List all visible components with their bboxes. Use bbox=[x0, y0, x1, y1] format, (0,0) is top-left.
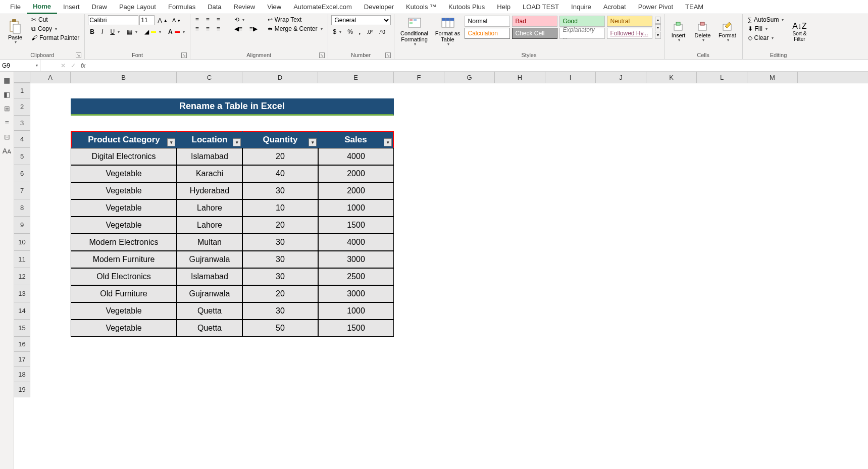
border-button[interactable]: ▦▾ bbox=[125, 27, 139, 36]
cell[interactable] bbox=[30, 367, 71, 382]
cell[interactable] bbox=[697, 199, 747, 217]
decrease-font-button[interactable]: A▾ bbox=[170, 16, 182, 24]
decrease-indent-button[interactable]: ◀≡ bbox=[232, 24, 244, 33]
merge-center-button[interactable]: ⬌ Merge & Center ▾ bbox=[266, 24, 325, 33]
row-header-12[interactable]: 12 bbox=[14, 268, 30, 285]
tab-automateexcel-com[interactable]: AutomateExcel.com bbox=[287, 0, 358, 14]
cell[interactable] bbox=[30, 352, 71, 367]
cell[interactable] bbox=[697, 320, 747, 337]
cell[interactable] bbox=[646, 217, 697, 234]
cell[interactable] bbox=[495, 83, 545, 98]
table-cell[interactable]: 20 bbox=[242, 285, 318, 302]
accounting-button[interactable]: $▾ bbox=[331, 27, 344, 36]
cell[interactable] bbox=[394, 367, 444, 382]
cell[interactable] bbox=[30, 131, 71, 148]
style-followed-hyperlink[interactable]: Followed Hy... bbox=[607, 28, 652, 39]
cancel-formula-icon[interactable]: ✕ bbox=[61, 62, 66, 69]
tab-draw[interactable]: Draw bbox=[86, 0, 113, 14]
table-cell[interactable]: 2500 bbox=[318, 268, 394, 285]
clipboard-launcher[interactable]: ↘ bbox=[76, 53, 81, 58]
cell[interactable] bbox=[30, 217, 71, 234]
cell[interactable] bbox=[71, 337, 177, 352]
cell[interactable] bbox=[747, 116, 798, 131]
cell[interactable] bbox=[747, 302, 798, 320]
cell[interactable] bbox=[495, 367, 545, 382]
cell[interactable] bbox=[444, 148, 495, 165]
cell[interactable] bbox=[30, 148, 71, 165]
cell[interactable] bbox=[444, 302, 495, 320]
row-header-13[interactable]: 13 bbox=[14, 285, 30, 302]
cell[interactable] bbox=[646, 131, 697, 148]
tab-help[interactable]: Help bbox=[491, 0, 517, 14]
cell[interactable] bbox=[71, 83, 177, 98]
cell[interactable] bbox=[596, 268, 646, 285]
cell[interactable] bbox=[444, 268, 495, 285]
cell[interactable] bbox=[394, 302, 444, 320]
cell[interactable] bbox=[697, 131, 747, 148]
table-cell[interactable]: 20 bbox=[242, 217, 318, 234]
cell[interactable] bbox=[697, 367, 747, 382]
table-cell[interactable]: 2000 bbox=[318, 182, 394, 199]
cell[interactable] bbox=[444, 367, 495, 382]
increase-font-button[interactable]: A▴ bbox=[156, 16, 169, 25]
tab-acrobat[interactable]: Acrobat bbox=[597, 0, 632, 14]
conditional-formatting-button[interactable]: Conditional Formatting▾ bbox=[397, 15, 432, 48]
cell[interactable] bbox=[747, 182, 798, 199]
filter-dropdown-icon[interactable]: ▾ bbox=[384, 138, 392, 146]
cell[interactable] bbox=[545, 98, 596, 116]
cell[interactable] bbox=[71, 367, 177, 382]
cell[interactable] bbox=[177, 116, 242, 131]
autosum-button[interactable]: ∑ AutoSum▾ bbox=[746, 15, 786, 24]
table-cell[interactable]: Vegetable bbox=[71, 165, 177, 182]
cell[interactable] bbox=[444, 83, 495, 98]
table-cell[interactable]: 40 bbox=[242, 165, 318, 182]
cell[interactable] bbox=[545, 382, 596, 397]
cell[interactable] bbox=[596, 337, 646, 352]
row-header-5[interactable]: 5 bbox=[14, 148, 30, 165]
cell[interactable] bbox=[545, 302, 596, 320]
tab-developer[interactable]: Developer bbox=[358, 0, 400, 14]
number-launcher[interactable]: ↘ bbox=[385, 53, 391, 58]
cell[interactable] bbox=[697, 352, 747, 367]
cell[interactable] bbox=[394, 268, 444, 285]
cell[interactable] bbox=[394, 83, 444, 98]
cell[interactable] bbox=[444, 199, 495, 217]
column-header-M[interactable]: M bbox=[747, 72, 798, 83]
tool-icon-2[interactable]: ◧ bbox=[3, 90, 12, 99]
underline-button[interactable]: U▾ bbox=[108, 27, 122, 36]
align-right-button[interactable]: ≡ bbox=[215, 24, 222, 33]
cell[interactable] bbox=[545, 251, 596, 268]
tab-team[interactable]: TEAM bbox=[679, 0, 709, 14]
styles-scroll-down[interactable]: ▾ bbox=[655, 24, 661, 31]
cell[interactable] bbox=[394, 382, 444, 397]
table-cell[interactable]: 30 bbox=[242, 302, 318, 320]
table-cell[interactable]: 50 bbox=[242, 320, 318, 337]
cell[interactable] bbox=[394, 165, 444, 182]
wrap-text-button[interactable]: ↩ Wrap Text bbox=[266, 15, 325, 24]
table-cell[interactable]: Vegetable bbox=[71, 182, 177, 199]
cell[interactable] bbox=[495, 131, 545, 148]
cell[interactable] bbox=[596, 234, 646, 251]
cell[interactable] bbox=[177, 83, 242, 98]
align-bottom-button[interactable]: ≡ bbox=[215, 15, 222, 24]
cell[interactable] bbox=[444, 285, 495, 302]
cell[interactable] bbox=[747, 234, 798, 251]
bold-button[interactable]: B bbox=[88, 27, 96, 36]
table-cell[interactable]: Gujranwala bbox=[177, 285, 242, 302]
format-painter-button[interactable]: 🖌 Format Painter bbox=[29, 33, 81, 42]
cell[interactable] bbox=[697, 337, 747, 352]
cell[interactable] bbox=[697, 268, 747, 285]
enter-formula-icon[interactable]: ✓ bbox=[71, 62, 76, 69]
cell[interactable] bbox=[242, 352, 318, 367]
decrease-decimal-button[interactable]: .⁰0 bbox=[377, 28, 387, 36]
fx-icon[interactable]: fx bbox=[81, 62, 85, 69]
row-header-6[interactable]: 6 bbox=[14, 165, 30, 182]
cell[interactable] bbox=[596, 352, 646, 367]
cell[interactable] bbox=[495, 182, 545, 199]
cell[interactable] bbox=[30, 268, 71, 285]
filter-dropdown-icon[interactable]: ▾ bbox=[309, 138, 317, 146]
row-header-8[interactable]: 8 bbox=[14, 199, 30, 217]
delete-cells-button[interactable]: Delete▾ bbox=[692, 15, 714, 48]
name-box-input[interactable] bbox=[2, 62, 38, 69]
table-cell[interactable]: 1000 bbox=[318, 302, 394, 320]
